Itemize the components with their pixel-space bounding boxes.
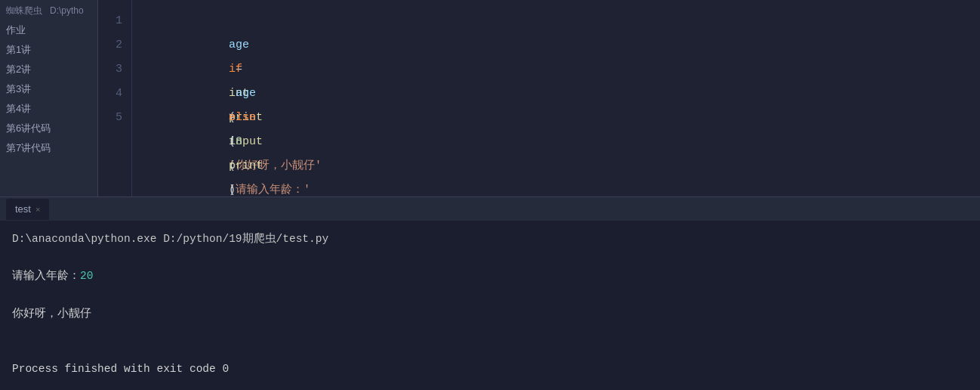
- sidebar-project-label: 蜘蛛爬虫: [6, 5, 42, 16]
- sidebar-item-2[interactable]: 第2讲: [0, 60, 97, 79]
- sidebar-item-5[interactable]: 第6讲代码: [0, 119, 97, 138]
- line-number-4: 4: [116, 82, 122, 106]
- code-lines: age = int ( input ( '请输入年龄：' )) if age >: [132, 0, 980, 197]
- terminal-tab-bar: test ×: [0, 197, 980, 221]
- sidebar-item-0[interactable]: 作业: [0, 20, 97, 40]
- code-token: else: [229, 111, 256, 124]
- code-line-1: age = int ( input ( '请输入年龄：' )): [147, 9, 980, 33]
- terminal-container: test × D:\anaconda\python.exe D:/python/…: [0, 197, 980, 390]
- code-editor[interactable]: 1 2 3 4 5 age = int ( input ( '请输: [98, 0, 980, 197]
- terminal-line-1: D:\anaconda\python.exe D:/python/19期爬虫/t…: [12, 230, 968, 249]
- terminal-line-2: 请输入年龄：20: [12, 267, 968, 286]
- code-token: [229, 87, 256, 100]
- terminal-input-value: 20: [80, 270, 93, 282]
- code-line-5: print ( '你好呀！小朋友' ): [147, 106, 980, 130]
- code-token: (: [229, 184, 236, 197]
- line-number-3: 3: [116, 57, 122, 82]
- code-token: if: [229, 63, 242, 76]
- code-line-4: else :: [147, 82, 980, 106]
- code-token: '请输入年龄：': [229, 184, 310, 197]
- sidebar-path-label: D:\pytho: [50, 5, 84, 16]
- line-number-5: 5: [116, 106, 122, 130]
- line-numbers: 1 2 3 4 5: [98, 0, 132, 197]
- sidebar: 蜘蛛爬虫 D:\pytho 作业 第1讲 第2讲 第3讲 第4讲 第6讲代码 第…: [0, 0, 98, 197]
- terminal-line-3: 你好呀，小靓仔: [12, 305, 968, 323]
- sidebar-header: 蜘蛛爬虫 D:\pytho: [0, 2, 97, 20]
- code-line-2: if age > 18 :: [147, 33, 980, 57]
- terminal-tab-label: test: [15, 203, 31, 215]
- code-token: [229, 135, 256, 148]
- code-token: age: [229, 39, 249, 51]
- editor-area: 蜘蛛爬虫 D:\pytho 作业 第1讲 第2讲 第3讲 第4讲 第6讲代码 第…: [0, 0, 980, 197]
- line-number-2: 2: [116, 33, 122, 57]
- terminal-tab[interactable]: test ×: [6, 199, 49, 220]
- code-line-3: print ( '你好呀，小靓仔' ): [147, 57, 980, 82]
- sidebar-item-1[interactable]: 第1讲: [0, 40, 97, 60]
- terminal-prompt-label: 请输入年龄：: [12, 270, 80, 282]
- line-number-1: 1: [116, 9, 122, 33]
- terminal-line-5: Process finished with exit code 0: [12, 360, 968, 379]
- terminal-tab-close-icon[interactable]: ×: [35, 205, 40, 214]
- app-container: 蜘蛛爬虫 D:\pytho 作业 第1讲 第2讲 第3讲 第4讲 第6讲代码 第…: [0, 0, 980, 390]
- sidebar-item-3[interactable]: 第3讲: [0, 79, 97, 99]
- sidebar-item-4[interactable]: 第4讲: [0, 99, 97, 119]
- code-token: print: [229, 159, 263, 172]
- sidebar-item-6[interactable]: 第7讲代码: [0, 138, 97, 158]
- terminal-output: D:\anaconda\python.exe D:/python/19期爬虫/t…: [0, 221, 980, 390]
